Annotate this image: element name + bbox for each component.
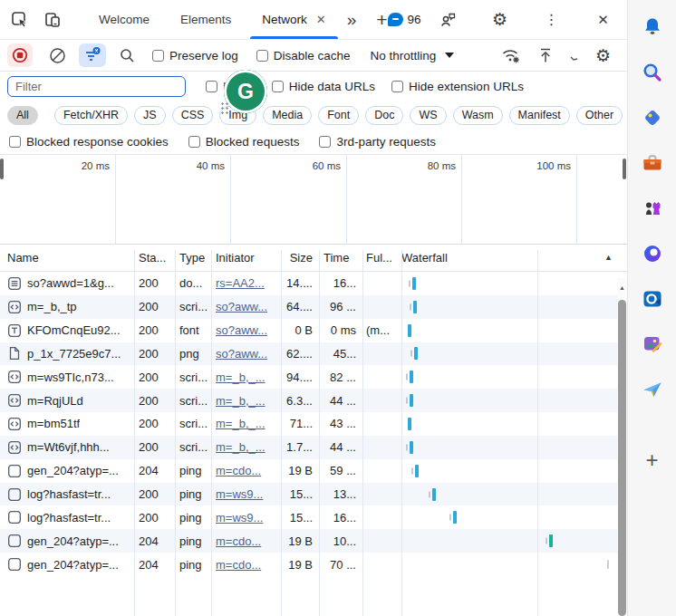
- close-tab-icon[interactable]: ✕: [316, 13, 326, 26]
- filter-checkbox-3rd-party-requests[interactable]: 3rd-party requests: [319, 135, 436, 149]
- table-row[interactable]: gen_204?atyp=... 204 ping m=cdo... 19 B …: [0, 459, 617, 483]
- new-tab-icon[interactable]: +: [376, 9, 387, 31]
- checkbox[interactable]: [206, 81, 217, 92]
- more-tabs-icon[interactable]: »: [347, 10, 357, 30]
- copilot-badge[interactable]: 96: [388, 13, 421, 26]
- feedback-icon[interactable]: [439, 10, 459, 30]
- type-filter-media[interactable]: Media: [263, 106, 312, 125]
- record-network-log-button[interactable]: [7, 43, 33, 67]
- column-header-size[interactable]: Size: [281, 251, 319, 265]
- table-row[interactable]: m=Wt6vjf,hhh... 200 scri... m=_b,_... 1.…: [0, 436, 617, 459]
- throttling-dropdown[interactable]: No throttling: [371, 49, 455, 63]
- type-filter-fetch-xhr[interactable]: Fetch/XHR: [54, 106, 128, 125]
- type-filter-wasm[interactable]: Wasm: [453, 106, 503, 125]
- sidebar-drop-icon[interactable]: [628, 367, 676, 412]
- sidebar-notifications-bell-icon[interactable]: [628, 5, 676, 50]
- checkbox[interactable]: [256, 50, 268, 62]
- column-header-time[interactable]: Time: [319, 251, 362, 265]
- request-initiator-link[interactable]: so?aww...: [216, 300, 267, 313]
- grammarly-overlay-button[interactable]: G: [224, 70, 267, 113]
- filter-toggle-icon[interactable]: [79, 43, 106, 67]
- type-filter-other[interactable]: Other: [576, 106, 623, 125]
- type-filter-manifest[interactable]: Manifest: [509, 106, 570, 125]
- settings-gear-icon[interactable]: ⚙: [490, 10, 510, 30]
- sidebar-image-creator-icon[interactable]: [628, 322, 676, 367]
- table-row[interactable]: m=bm51tf 200 scri... m=_b,_... 71... 43 …: [0, 412, 617, 436]
- sidebar-outlook-icon[interactable]: [628, 276, 676, 322]
- request-initiator-link[interactable]: m=cdo...: [216, 558, 261, 572]
- sort-ascending-icon[interactable]: ▲: [604, 253, 613, 262]
- overview-left-handle[interactable]: [0, 159, 4, 179]
- column-header-status[interactable]: Sta...: [134, 251, 175, 265]
- checkbox[interactable]: [9, 136, 21, 148]
- table-row[interactable]: so?awwd=1&g... 200 do... rs=AA2... 14...…: [0, 272, 617, 295]
- preserve-log-checkbox[interactable]: Preserve log: [152, 49, 238, 63]
- table-row[interactable]: m=_b,_tp 200 scri... so?aww... 64.... 96…: [0, 295, 617, 319]
- sidebar-shopping-tag-icon[interactable]: [628, 95, 676, 140]
- hide-extension-urls-checkbox[interactable]: Hide extension URLs: [391, 80, 524, 93]
- type-filter-doc[interactable]: Doc: [365, 106, 403, 125]
- request-initiator-link[interactable]: m=ws9...: [216, 487, 263, 501]
- table-row[interactable]: KFOmCnqEu92... 200 font so?aww... 0 B 0 …: [0, 319, 617, 342]
- request-initiator-link[interactable]: m=_b,_...: [216, 394, 266, 408]
- table-row[interactable]: log?hasfast=tr... 200 ping m=ws9... 15..…: [0, 505, 617, 529]
- search-icon[interactable]: [119, 43, 136, 67]
- filter-input[interactable]: [7, 76, 186, 97]
- table-row[interactable]: gen_204?atyp=... 204 ping m=cdo... 19 B …: [0, 529, 617, 553]
- scroll-up-arrow-icon[interactable]: ▲: [617, 278, 627, 291]
- request-initiator-link[interactable]: m=_b,_...: [216, 440, 266, 454]
- column-header-type[interactable]: Type: [175, 251, 211, 265]
- request-initiator-link[interactable]: m=_b,_...: [216, 417, 266, 430]
- type-filter-ws[interactable]: WS: [410, 106, 446, 125]
- sidebar-toolbox-icon[interactable]: [628, 140, 676, 186]
- checkbox[interactable]: [272, 81, 284, 92]
- close-devtools-icon[interactable]: ✕: [594, 10, 613, 30]
- table-row[interactable]: m=RqjULd 200 scri... m=_b,_... 6.3... 44…: [0, 389, 617, 412]
- checkbox[interactable]: [319, 136, 331, 148]
- sidebar-games-icon[interactable]: [628, 186, 676, 231]
- tab-welcome[interactable]: Welcome: [83, 0, 165, 39]
- device-emulation-icon[interactable]: [43, 10, 62, 30]
- network-settings-gear-icon[interactable]: ⚙: [595, 45, 611, 66]
- request-initiator-link[interactable]: rs=AA2...: [216, 276, 265, 290]
- table-row[interactable]: gen_204?atyp=... 204 ping m=cdo... 19 B …: [0, 553, 617, 576]
- filter-checkbox-blocked-requests[interactable]: Blocked requests: [188, 135, 300, 149]
- request-initiator-link[interactable]: m=cdo...: [216, 464, 261, 477]
- sidebar-add-button[interactable]: +: [628, 438, 676, 483]
- vertical-scrollbar[interactable]: ▲: [617, 278, 627, 616]
- table-row[interactable]: p_1x_7725e9c7... 200 png so?aww... 62...…: [0, 342, 617, 366]
- export-har-icon[interactable]: [537, 47, 554, 64]
- request-initiator-link[interactable]: m=_b,_...: [216, 371, 266, 384]
- column-header-init[interactable]: Initiator: [211, 251, 281, 265]
- request-initiator-link[interactable]: so?aww...: [216, 323, 267, 337]
- type-filter-font[interactable]: Font: [318, 106, 359, 125]
- hide-data-urls-checkbox[interactable]: Hide data URLs: [272, 80, 375, 93]
- inspect-element-icon[interactable]: [11, 10, 29, 30]
- request-initiator-link[interactable]: m=cdo...: [216, 534, 261, 548]
- checkbox[interactable]: [391, 81, 403, 92]
- disable-cache-checkbox[interactable]: Disable cache: [256, 49, 351, 63]
- scrollbar-thumb[interactable]: [618, 300, 626, 616]
- filter-checkbox-blocked-response-cookies[interactable]: Blocked response cookies: [9, 135, 169, 149]
- tab-network[interactable]: Network✕: [246, 0, 341, 39]
- request-initiator-link[interactable]: so?aww...: [216, 347, 267, 361]
- type-filter-all[interactable]: All: [7, 106, 38, 125]
- checkbox[interactable]: [188, 136, 200, 148]
- table-row[interactable]: m=ws9TIc,n73... 200 scri... m=_b,_... 94…: [0, 365, 617, 389]
- request-initiator-link[interactable]: m=ws9...: [216, 511, 263, 525]
- clear-network-log-button[interactable]: [49, 43, 66, 67]
- sidebar-search-icon[interactable]: [628, 50, 676, 95]
- grammarly-drag-handle-icon[interactable]: [220, 101, 229, 114]
- type-filter-css[interactable]: CSS: [172, 106, 214, 125]
- more-options-icon[interactable]: ⋮: [542, 10, 562, 30]
- import-har-partial-icon[interactable]: [570, 48, 579, 63]
- column-header-wf[interactable]: Waterfall: [401, 251, 627, 265]
- network-overview-timeline[interactable]: 20 ms40 ms60 ms80 ms100 ms: [0, 155, 627, 245]
- column-header-ful[interactable]: Ful...: [362, 251, 401, 265]
- sidebar-microsoft-365-icon[interactable]: [628, 231, 676, 276]
- table-row[interactable]: log?hasfast=tr... 200 ping m=ws9... 15..…: [0, 483, 617, 506]
- checkbox[interactable]: [152, 50, 164, 62]
- network-conditions-icon[interactable]: [501, 46, 521, 64]
- column-header-name[interactable]: Name: [0, 251, 134, 265]
- tab-elements[interactable]: Elements: [165, 0, 246, 39]
